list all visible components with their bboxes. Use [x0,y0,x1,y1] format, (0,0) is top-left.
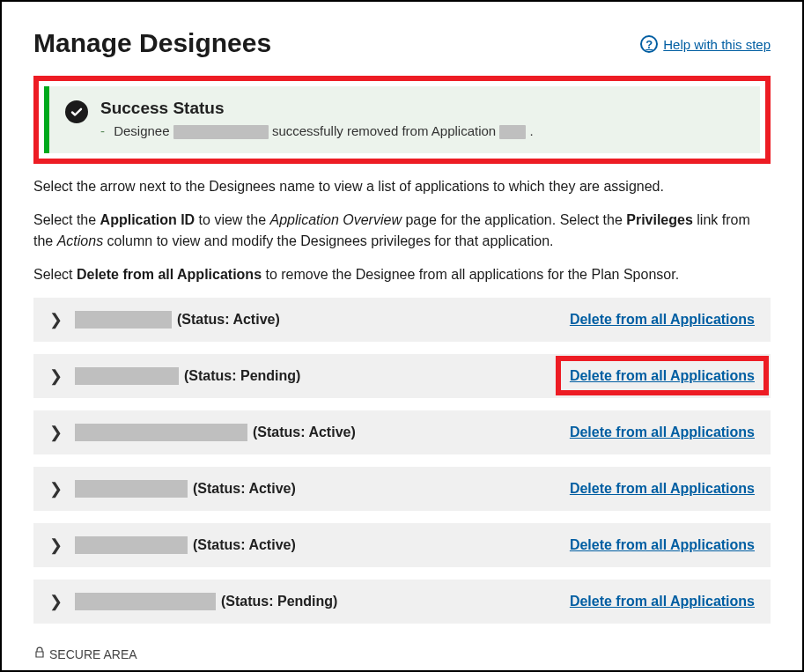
redacted-designee-name [75,593,216,610]
success-title: Success Status [100,99,744,118]
redacted-designee-name [75,480,188,498]
success-content: Success Status - Designee successfully r… [100,99,744,139]
secure-area-label: SECURE AREA [49,647,137,661]
redacted-application-id [499,125,526,139]
delete-from-all-applications-link[interactable]: Delete from all Applications [570,312,755,327]
instruction-1: Select the arrow next to the Designees n… [33,176,771,197]
help-link-label: Help with this step [663,37,771,52]
delete-from-all-applications-link[interactable]: Delete from all Applications [570,537,755,552]
designee-row: ❯(Status: Pending)Delete from all Applic… [33,580,771,624]
designee-row: ❯(Status: Active)Delete from all Applica… [33,523,771,567]
msg-suffix: . [530,123,534,138]
designee-row: ❯(Status: Pending)Delete from all Applic… [33,354,771,398]
header-row: Manage Designees ? Help with this step [33,28,771,58]
delete-link-highlight-box: Delete from all Applications [556,356,769,395]
secure-area-footer: SECURE AREA [33,646,137,661]
t: Delete from all Applications [77,267,262,282]
redacted-designee-name [75,367,179,385]
designee-status: (Status: Active) [193,481,296,497]
lock-icon [33,646,46,661]
expand-chevron-icon[interactable]: ❯ [49,479,63,498]
t: Application Overview [270,212,402,227]
designee-row: ❯(Status: Active)Delete from all Applica… [33,410,771,454]
t: Select the [33,212,100,227]
success-check-icon [65,100,88,123]
t: column to view and modify the Designees … [103,233,553,248]
redacted-designee-name [75,424,247,441]
row-actions: Delete from all Applications [570,425,755,440]
bullet-dash: - [100,123,105,138]
status-highlight-box: Success Status - Designee successfully r… [33,76,771,164]
t: to remove the Designee from all applicat… [262,267,679,282]
success-banner: Success Status - Designee successfully r… [44,86,760,153]
row-actions: Delete from all Applications [570,537,755,553]
instruction-2: Select the Application ID to view the Ap… [33,210,771,252]
t: to view the [195,212,269,227]
expand-chevron-icon[interactable]: ❯ [49,366,63,386]
success-message: - Designee successfully removed from App… [100,123,744,139]
expand-chevron-icon[interactable]: ❯ [49,423,63,442]
designee-row: ❯(Status: Active)Delete from all Applica… [33,298,771,342]
row-actions: Delete from all Applications [556,368,755,384]
help-link[interactable]: ? Help with this step [640,35,771,53]
msg-prefix: Designee [114,123,173,138]
designee-status: (Status: Active) [253,425,356,440]
t: Application ID [100,212,195,227]
row-actions: Delete from all Applications [570,594,755,609]
page-title: Manage Designees [33,28,271,58]
redacted-designee-name [75,536,188,554]
delete-from-all-applications-link[interactable]: Delete from all Applications [570,425,755,439]
row-actions: Delete from all Applications [570,312,755,328]
delete-from-all-applications-link[interactable]: Delete from all Applications [570,368,755,383]
delete-from-all-applications-link[interactable]: Delete from all Applications [570,594,755,609]
designee-status: (Status: Pending) [221,594,337,609]
row-actions: Delete from all Applications [570,481,755,497]
t: Actions [57,233,103,248]
expand-chevron-icon[interactable]: ❯ [49,535,63,555]
redacted-designee-name [173,125,269,139]
designee-status: (Status: Pending) [184,368,300,384]
designee-status: (Status: Active) [177,312,280,328]
t: Privileges [626,212,693,227]
page-container: Manage Designees ? Help with this step S… [0,0,804,672]
designee-list: ❯(Status: Active)Delete from all Applica… [33,298,771,624]
instruction-3: Select Delete from all Applications to r… [33,264,771,285]
designee-status: (Status: Active) [193,537,296,553]
expand-chevron-icon[interactable]: ❯ [49,592,63,611]
msg-mid: successfully removed from Application [272,123,499,138]
expand-chevron-icon[interactable]: ❯ [49,310,63,329]
redacted-designee-name [75,311,172,329]
t: Select [33,267,77,282]
designee-row: ❯(Status: Active)Delete from all Applica… [33,467,771,511]
t: page for the application. Select the [402,212,626,227]
help-icon: ? [640,35,658,53]
delete-from-all-applications-link[interactable]: Delete from all Applications [570,481,755,496]
